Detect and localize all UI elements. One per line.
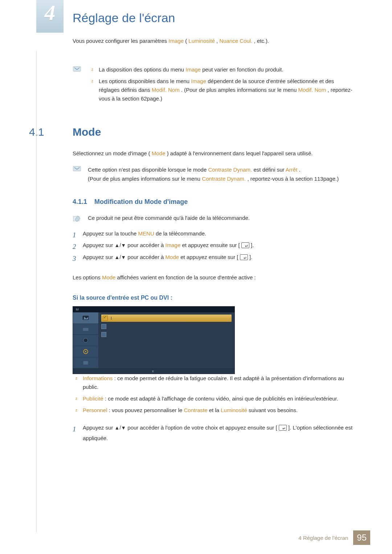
osd-rows: I <box>98 312 234 369</box>
step-number: 2 <box>73 240 76 253</box>
keyword-publicite: Publicité <box>83 395 103 402</box>
footer-chapter-label: 4 Réglage de l'écran <box>298 535 348 541</box>
osd-check-icon <box>103 316 108 321</box>
note-item: La disposition des options du menu Image… <box>89 65 356 74</box>
enter-icon <box>279 425 287 431</box>
mode-sentence: Les options Mode affichées varient en fo… <box>73 273 356 282</box>
svg-rect-5 <box>83 328 89 331</box>
osd-menu-screenshot: M <box>73 306 235 374</box>
note-icon <box>73 165 81 172</box>
osd-tab-sound <box>73 324 98 335</box>
osd-row-selected: I <box>101 315 232 322</box>
enter-icon <box>241 242 249 248</box>
chapter-number-badge: 4 <box>36 0 64 33</box>
step-item: 1 Appuyez sur ▲/▼ pour accéder à l'optio… <box>73 423 356 443</box>
svg-point-8 <box>85 351 86 352</box>
svg-rect-0 <box>73 66 81 71</box>
footer-page-number: 95 <box>353 530 370 545</box>
svg-rect-9 <box>83 361 88 365</box>
step-item: 1 Appuyez sur la touche MENU de la téléc… <box>73 229 356 239</box>
osd-tab-picture <box>73 312 98 324</box>
chapter-intro: Vous pouvez configurer les paramètres Im… <box>73 37 356 45</box>
note-icon <box>73 65 81 73</box>
osd-box-icon <box>101 332 106 337</box>
osd-footer: E <box>73 369 234 374</box>
up-down-arrows-icon: ▲/▼ <box>115 242 126 248</box>
keyword-personnel: Personnel <box>83 407 107 413</box>
mode-option-item: Personnel : vous pouvez personnaliser le… <box>73 406 356 415</box>
osd-row <box>101 323 232 330</box>
edit-icon <box>73 215 81 222</box>
mode-option-item: Informations : ce mode permet de réduire… <box>73 374 356 391</box>
subsection-number: 4.1.1 <box>73 198 94 206</box>
osd-tab-network <box>73 335 98 346</box>
up-down-arrows-icon: ▲/▼ <box>115 254 126 260</box>
mode-option-item: Publicité : ce mode est adapté à l'affic… <box>73 394 356 403</box>
section-number: 4.1 <box>29 126 73 138</box>
keyword-luminosite: Luminosité <box>188 38 215 44</box>
step-number: 1 <box>73 229 76 242</box>
step-item: 2 Appuyez sur ▲/▼ pour accéder à Image e… <box>73 240 356 251</box>
svg-point-6 <box>83 338 88 342</box>
keyword-nuance-coul: Nuance Coul. <box>219 38 252 44</box>
section-title: Mode <box>73 126 101 138</box>
subsection-title: Modification du Mode d'image <box>94 198 188 206</box>
osd-tab-support <box>73 357 98 369</box>
page-footer: 4 Réglage de l'écran 95 <box>298 530 370 545</box>
section-note: Cette option n'est pas disponible lorsqu… <box>73 165 356 184</box>
keyword-luminosite: Luminosité <box>221 407 247 413</box>
step-number: 1 <box>73 423 76 436</box>
keyword-contraste: Contraste <box>184 407 208 413</box>
left-vertical-rule <box>36 51 37 532</box>
svg-rect-1 <box>73 166 81 171</box>
step-number: 3 <box>73 252 76 265</box>
osd-tab-system <box>73 346 98 357</box>
step-item: 3 Appuyez sur ▲/▼ pour accéder à Mode et… <box>73 252 356 263</box>
osd-sidebar-tabs <box>73 312 98 369</box>
section-description: Sélectionnez un mode d'image ( Mode ) ad… <box>73 149 356 158</box>
up-down-arrows-icon: ▲/▼ <box>115 425 126 431</box>
note-item: Les options disponibles dans le menu Ima… <box>89 77 356 103</box>
osd-title-bar: M <box>73 307 234 312</box>
chapter-title: Réglage de l'écran <box>73 11 175 25</box>
enter-icon <box>240 254 248 260</box>
keyword-informations: Informations <box>83 375 113 381</box>
osd-row <box>101 331 232 338</box>
top-note-block: La disposition des options du menu Image… <box>73 65 356 106</box>
osd-box-icon <box>101 324 106 329</box>
remote-only-note: Ce produit ne peut être commandé qu'à l'… <box>73 215 356 222</box>
keyword-image: Image <box>168 38 184 44</box>
pc-dvi-heading: Si la source d'entrée est PC ou DVI : <box>73 295 356 301</box>
chapter-number: 4 <box>45 1 56 25</box>
